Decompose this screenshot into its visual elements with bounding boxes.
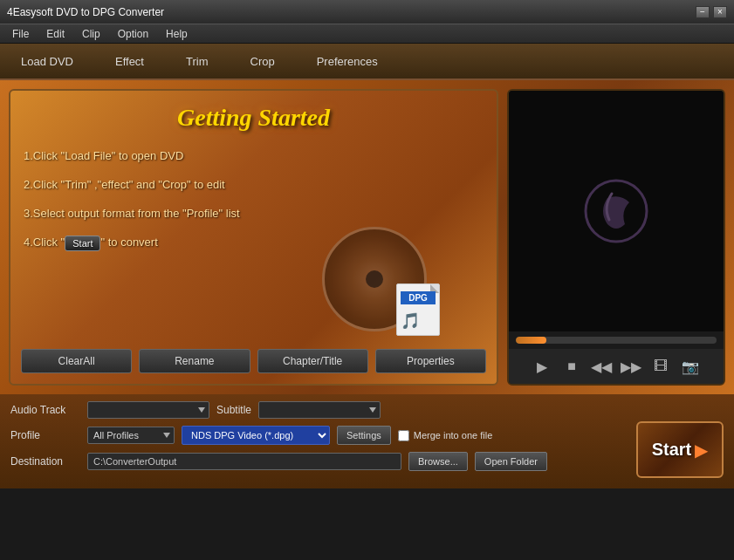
- profile-format-dropdown[interactable]: NDS DPG Video (*.dpg): [182, 426, 330, 445]
- start-button-label: Start: [652, 440, 692, 460]
- left-panel: Getting Started 1.Click "Load File" to o…: [9, 89, 498, 386]
- close-button[interactable]: ×: [713, 6, 727, 18]
- menu-file[interactable]: File: [3, 26, 38, 42]
- profile-type-dropdown[interactable]: All Profiles: [87, 427, 175, 444]
- tab-effect[interactable]: Effect: [103, 50, 156, 73]
- audio-track-dropdown[interactable]: [87, 401, 209, 419]
- menu-bar: File Edit Clip Option Help: [0, 24, 734, 44]
- start-button[interactable]: Start ▶: [636, 421, 724, 478]
- toolbar: Load DVD Effect Trim Crop Preferences: [0, 44, 734, 80]
- progress-area: [509, 331, 724, 349]
- profile-row: Profile All Profiles NDS DPG Video (*.dp…: [10, 426, 724, 445]
- dpg-notes: 🎵: [401, 311, 420, 331]
- destination-input[interactable]: C:\ConverterOutput: [87, 453, 401, 470]
- properties-button[interactable]: Properties: [375, 349, 486, 373]
- app-logo: [581, 176, 651, 246]
- camera-button[interactable]: 📷: [680, 356, 701, 377]
- clear-all-button[interactable]: ClearAll: [21, 349, 132, 373]
- dpg-paper: DPG 🎵: [396, 283, 440, 336]
- getting-started-title: Getting Started: [24, 104, 484, 132]
- progress-bar-fill: [516, 337, 546, 344]
- tab-trim[interactable]: Trim: [174, 50, 221, 73]
- chapter-title-button[interactable]: Chapter/Title: [257, 349, 368, 373]
- merge-checkbox-row: Merge into one file: [398, 430, 493, 441]
- menu-option[interactable]: Option: [109, 26, 157, 42]
- subtitle-dropdown[interactable]: [258, 401, 381, 419]
- step-1: 1.Click "Load File" to open DVD: [24, 149, 484, 162]
- audio-subtitle-row: Audio Track Subtitle: [10, 401, 724, 419]
- title-bar: 4Easysoft DVD to DPG Converter − ×: [0, 0, 734, 24]
- menu-edit[interactable]: Edit: [38, 26, 73, 42]
- subtitle-label: Subtitle: [216, 404, 251, 416]
- merge-label: Merge into one file: [414, 430, 493, 440]
- settings-button[interactable]: Settings: [337, 426, 391, 445]
- video-preview: [509, 91, 724, 331]
- start-arrow-icon: ▶: [695, 440, 708, 461]
- fast-forward-button[interactable]: ▶▶: [621, 356, 641, 377]
- stop-button[interactable]: ■: [561, 356, 582, 377]
- progress-bar-background: [516, 337, 717, 344]
- dpg-file-icon: DPG 🎵: [396, 283, 444, 340]
- destination-label: Destination: [10, 455, 80, 468]
- menu-help[interactable]: Help: [157, 26, 196, 42]
- rename-button[interactable]: Rename: [139, 349, 250, 373]
- profile-label: Profile: [10, 429, 80, 441]
- minimize-button[interactable]: −: [696, 6, 710, 18]
- open-folder-button[interactable]: Open Folder: [475, 452, 547, 471]
- window-controls: − ×: [696, 6, 727, 18]
- bottom-controls: Audio Track Subtitle Profile All Profile…: [0, 394, 734, 488]
- menu-clip[interactable]: Clip: [73, 26, 109, 42]
- playback-controls: ▶ ■ ◀◀ ▶▶ 🎞 📷: [509, 349, 724, 384]
- snapshot-button[interactable]: 🎞: [650, 356, 671, 377]
- left-panel-buttons: ClearAll Rename Chapter/Title Properties: [21, 349, 486, 373]
- destination-row: Destination C:\ConverterOutput Browse...…: [10, 452, 724, 471]
- app-title: 4Easysoft DVD to DPG Converter: [7, 6, 164, 18]
- tab-load-dvd[interactable]: Load DVD: [9, 50, 86, 73]
- play-button[interactable]: ▶: [532, 356, 552, 377]
- right-panel: ▶ ■ ◀◀ ▶▶ 🎞 📷: [507, 89, 725, 386]
- dpg-label: DPG: [401, 291, 436, 304]
- rewind-button[interactable]: ◀◀: [591, 356, 612, 377]
- browse-button[interactable]: Browse...: [408, 452, 468, 471]
- tab-preferences[interactable]: Preferences: [305, 50, 390, 73]
- step-2: 2.Click "Trim" ,"effect" and "Crop" to e…: [24, 178, 484, 191]
- cd-hole: [366, 270, 383, 288]
- step-3: 3.Select output format from the "Profile…: [24, 207, 484, 220]
- tab-crop[interactable]: Crop: [238, 50, 287, 73]
- inline-start-label: Start: [65, 236, 100, 251]
- main-content: Getting Started 1.Click "Load File" to o…: [0, 80, 734, 394]
- audio-track-label: Audio Track: [10, 404, 80, 416]
- merge-checkbox[interactable]: [398, 430, 409, 441]
